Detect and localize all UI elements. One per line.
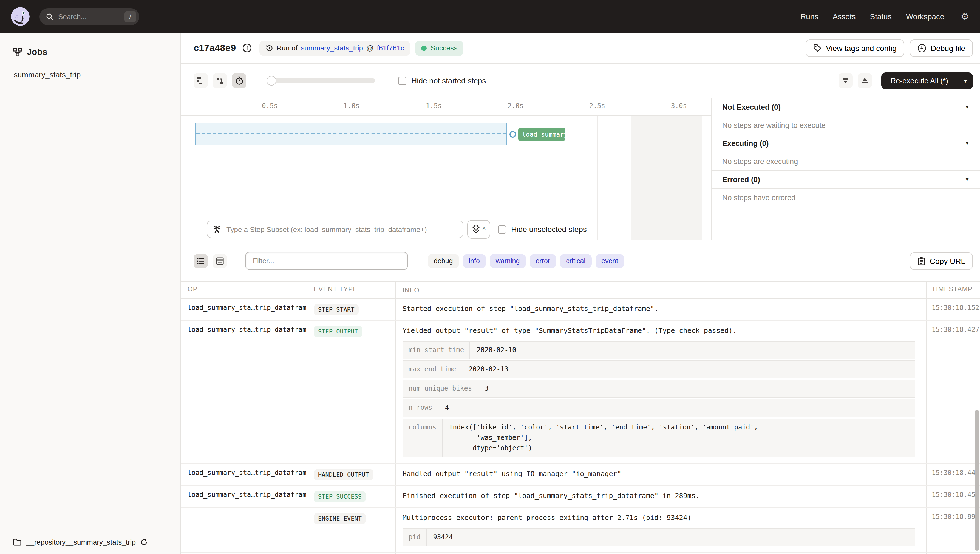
run-status-badge: Success [415, 40, 463, 56]
log-row[interactable]: - RUN_SUCCESS Finished execution of run … [181, 553, 980, 554]
gantt-out-of-range-zone [631, 116, 702, 240]
panel-section-not-executed[interactable]: Not Executed (0) ▼ [712, 98, 980, 116]
level-chip-critical[interactable]: critical [560, 254, 592, 268]
hide-not-started-checkbox[interactable] [398, 76, 406, 85]
nav-link-status[interactable]: Status [870, 12, 892, 21]
vertical-scrollbar-thumb[interactable] [975, 410, 979, 551]
history-icon [266, 44, 274, 52]
log-view-structured-button[interactable] [213, 254, 227, 268]
settings-gear-icon[interactable]: ⚙ [961, 12, 969, 21]
pipeline-link[interactable]: summary_stats_trip [301, 44, 363, 52]
snapshot-link[interactable]: f61f761c [377, 44, 404, 52]
run-of-pill: Run of summary_stats_trip @ f61f761c [260, 40, 410, 56]
sidebar-item-job[interactable]: summary_stats_trip [0, 57, 180, 79]
level-chip-error[interactable]: error [530, 254, 556, 268]
run-id: c17a48e9 [194, 43, 236, 54]
nav-links: Runs Assets Status Workspace ⚙ [800, 12, 969, 21]
log-filter-input[interactable] [252, 256, 401, 266]
level-chip-debug[interactable]: debug [428, 254, 459, 268]
level-chip-info[interactable]: info [463, 254, 486, 268]
log-toolbar: debug info warning error critical event [181, 240, 980, 282]
chevron-down-icon: ▼ [965, 104, 970, 110]
debug-file-button[interactable]: Debug file [910, 39, 973, 57]
slider-thumb[interactable] [267, 76, 277, 86]
event-type-chip: ENGINE_EVENT [314, 513, 366, 524]
gantt-toolbar: Hide not started steps Re-execute All (*… [181, 64, 980, 98]
event-type-chip: STEP_OUTPUT [314, 326, 363, 337]
copy-url-button[interactable]: Copy URL [910, 252, 973, 270]
jump-to-bottom-button[interactable] [838, 73, 853, 88]
view-mode-flat-button[interactable] [194, 73, 208, 88]
reexecute-all-button[interactable]: Re-execute All (*) [881, 72, 958, 89]
panel-empty-executing: No steps are executing [712, 153, 980, 170]
level-chip-event[interactable]: event [595, 254, 624, 268]
log-row[interactable]: load_summary_sta…trip_dataframe STEP_STA… [181, 299, 980, 321]
log-level-filters: debug info warning error critical event [428, 254, 624, 268]
run-of-label: Run of [277, 44, 298, 52]
event-type-chip: STEP_START [314, 304, 359, 315]
log-row[interactable]: - ENGINE_EVENT Multiprocess executor: pa… [181, 508, 980, 553]
log-filter-input-wrap [245, 252, 408, 270]
step-status-panel: Not Executed (0) ▼ No steps are waiting … [712, 98, 980, 240]
log-timestamp[interactable]: 15:30:18.442 [927, 464, 980, 486]
run-main: c17a48e9 Run of summary_stats_t [181, 33, 980, 554]
log-row[interactable]: load_summary_sta…trip_dataframe STEP_SUC… [181, 486, 980, 508]
gantt-zoom-slider[interactable] [267, 78, 375, 83]
repository-row[interactable]: __repository__summary_stats_trip [13, 538, 148, 546]
graph-query-toggle-button[interactable]: ^ [467, 220, 490, 239]
hide-unselected-checkbox-row: Hide unselected steps [498, 225, 587, 234]
run-header: c17a48e9 Run of summary_stats_t [181, 33, 980, 64]
log-table-header: OP EVENT TYPE INFO TIMESTAMP [181, 282, 980, 299]
nav-link-runs[interactable]: Runs [800, 12, 818, 21]
dagster-logo-icon[interactable] [11, 7, 30, 26]
jobs-icon [13, 48, 22, 56]
run-info-icon[interactable] [243, 43, 252, 53]
level-chip-warning[interactable]: warning [490, 254, 526, 268]
log-view-list-button[interactable] [194, 254, 208, 268]
jump-to-top-button[interactable] [858, 73, 872, 88]
top-nav: Search... / Runs Assets Status Workspace… [0, 0, 980, 33]
global-search-input[interactable]: Search... / [40, 8, 139, 25]
log-timestamp[interactable]: 15:30:18.451 [927, 486, 980, 507]
reload-icon[interactable] [141, 539, 148, 546]
tag-icon [813, 44, 821, 52]
hide-not-started-checkbox-row: Hide not started steps [398, 76, 486, 85]
dagster-run-page: Search... / Runs Assets Status Workspace… [0, 0, 980, 554]
chevron-down-icon: ▼ [965, 177, 970, 182]
event-type-chip: STEP_SUCCESS [314, 491, 366, 502]
sidebar-jobs-header: Jobs [0, 33, 180, 57]
log-timestamp[interactable]: 15:30:18.427 [927, 321, 980, 463]
log-timestamp[interactable]: 15:30:18.152 [927, 299, 980, 320]
search-shortcut-key: / [124, 11, 136, 22]
status-dot [421, 45, 427, 51]
log-timestamp[interactable]: 15:30:18.895 [927, 508, 980, 552]
collapse-caret: ^ [483, 226, 485, 232]
nav-link-assets[interactable]: Assets [833, 12, 856, 21]
search-placeholder: Search... [58, 12, 124, 21]
step-subset-input[interactable] [225, 224, 457, 234]
log-row[interactable]: load_summary_sta…trip_dataframe HANDLED_… [181, 464, 980, 486]
step-start-marker [509, 131, 516, 138]
gantt-step-chip[interactable]: load_summary… [518, 128, 565, 141]
col-header-timestamp: TIMESTAMP [927, 282, 980, 298]
log-timestamp[interactable]: 15:30:18.904 [927, 553, 980, 554]
chevron-down-icon: ▼ [965, 140, 970, 146]
panel-section-executing[interactable]: Executing (0) ▼ [712, 134, 980, 153]
layers-icon [472, 225, 480, 234]
nav-link-workspace[interactable]: Workspace [906, 12, 944, 21]
reexecute-dropdown-caret[interactable]: ▾ [958, 72, 973, 89]
panel-section-errored[interactable]: Errored (0) ▼ [712, 170, 980, 189]
step-subset-row: ^ Hide unselected steps [207, 220, 587, 239]
hide-unselected-checkbox[interactable] [498, 225, 506, 233]
view-mode-timed-button[interactable] [232, 73, 246, 88]
view-mode-waterfall-button[interactable] [213, 73, 227, 88]
gantt-grid: load_summary… [181, 116, 711, 240]
col-header-event-type: EVENT TYPE [307, 282, 396, 298]
view-tags-config-button[interactable]: View tags and config [806, 39, 904, 57]
log-table: OP EVENT TYPE INFO TIMESTAMP load_summar… [181, 282, 980, 554]
output-metadata-table: min_start_time2020-02-10 max_end_time202… [402, 341, 915, 458]
log-row[interactable]: load_summary_sta…trip_dataframe STEP_OUT… [181, 321, 980, 464]
folder-icon [13, 539, 21, 546]
clipboard-icon [918, 256, 926, 265]
col-header-info: INFO [396, 282, 927, 298]
